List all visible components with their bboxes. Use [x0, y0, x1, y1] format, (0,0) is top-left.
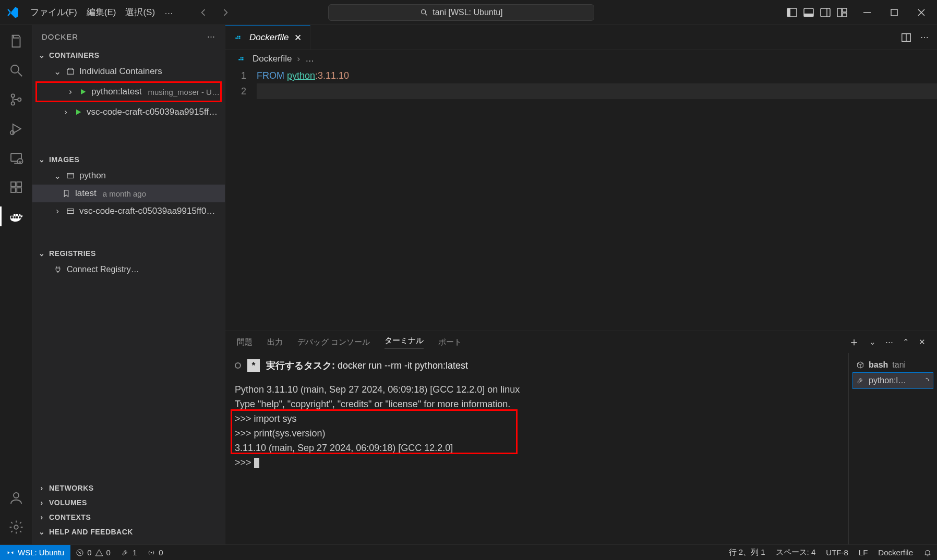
terminal-entry-bash[interactable]: bash tani [853, 357, 933, 373]
panel-tab-problems[interactable]: 問題 [237, 337, 253, 347]
chevron-down-icon: ⌄ [53, 171, 62, 181]
warning-icon [95, 549, 103, 557]
sidebar-more-icon[interactable]: ⋯ [207, 32, 215, 41]
command-center-text: tani [WSL: Ubuntu] [433, 8, 502, 17]
term-line: Type "help", "copyright", "credits" or "… [235, 397, 839, 411]
terminal-dropdown-icon[interactable]: ⌄ [869, 337, 876, 347]
panel-close-icon[interactable]: ✕ [919, 337, 926, 347]
split-editor-icon[interactable] [900, 32, 912, 43]
chevron-down-icon: ⌄ [38, 155, 46, 164]
term-line: >>> print(sys.version) [235, 426, 839, 441]
container-item-vsc[interactable]: › vsc-code-craft-c05039aa9915ff… [32, 103, 225, 121]
activity-remote-explorer-icon[interactable] [6, 148, 26, 168]
main-menu: ファイル(F) 編集(E) 選択(S) … [25, 6, 173, 18]
remote-icon [6, 549, 15, 557]
window-minimize-icon[interactable] [861, 6, 871, 19]
play-icon [74, 108, 82, 116]
menu-selection[interactable]: 選択(S) [125, 6, 155, 18]
image-icon [66, 171, 75, 180]
close-icon[interactable]: ✕ [294, 32, 302, 43]
status-cursor-pos[interactable]: 行 2、列 1 [724, 547, 771, 557]
activity-explorer-icon[interactable] [6, 31, 26, 51]
status-remote[interactable]: WSL: Ubuntu [0, 545, 70, 560]
window-close-icon[interactable] [915, 6, 926, 19]
menu-file[interactable]: ファイル(F) [30, 6, 77, 18]
editor-tabs: Dockerfile ✕ ⋯ [225, 25, 937, 50]
panel-tab-debug-console[interactable]: デバッグ コンソール [297, 337, 370, 347]
layout-sidebar-left-icon[interactable] [786, 6, 798, 19]
svg-point-10 [11, 65, 19, 73]
panel-tab-output[interactable]: 出力 [267, 337, 283, 347]
section-help[interactable]: ⌄HELP AND FEEDBACK [32, 525, 225, 539]
task-status-icon [235, 362, 241, 369]
status-radio[interactable]: 0 [142, 548, 168, 557]
status-ports[interactable]: 1 [116, 548, 142, 557]
activity-search-icon[interactable] [6, 60, 26, 80]
status-notifications-icon[interactable] [918, 549, 937, 557]
status-eol[interactable]: LF [854, 548, 873, 557]
menu-more[interactable]: … [164, 6, 173, 18]
docker-sidebar: DOCKER ⋯ ⌄ CONTAINERS ⌄ Individual Conta… [32, 25, 225, 544]
layout-sidebar-right-icon[interactable] [819, 6, 832, 19]
nav-forward-icon[interactable] [218, 5, 233, 20]
panel-more-icon[interactable]: ⋯ [885, 337, 893, 347]
editor-more-icon[interactable]: ⋯ [920, 32, 929, 42]
section-networks[interactable]: ›NETWORKS [32, 481, 225, 495]
play-icon [79, 88, 87, 96]
terminal-entry-python[interactable]: python:l… [853, 373, 933, 388]
status-encoding[interactable]: UTF-8 [821, 548, 854, 557]
layout-panel-icon[interactable] [802, 6, 815, 19]
title-bar: ファイル(F) 編集(E) 選択(S) … tani [WSL: Ubuntu] [0, 0, 937, 25]
menu-edit[interactable]: 編集(E) [87, 6, 116, 18]
error-icon [76, 549, 84, 557]
connect-registry[interactable]: Connect Registry… [32, 261, 225, 278]
activity-bar [0, 25, 32, 544]
section-containers[interactable]: ⌄ CONTAINERS [32, 48, 225, 63]
image-item-vsc[interactable]: › vsc-code-craft-c05039aa9915ff0… [32, 202, 225, 220]
svg-point-11 [11, 94, 14, 97]
activity-account-icon[interactable] [6, 488, 26, 508]
tab-dockerfile[interactable]: Dockerfile ✕ [225, 25, 310, 50]
section-volumes[interactable]: ›VOLUMES [32, 495, 225, 510]
svg-rect-19 [17, 188, 21, 192]
loading-icon [922, 377, 930, 384]
svg-rect-6 [837, 8, 842, 17]
window-maximize-icon[interactable] [888, 6, 898, 19]
section-contexts[interactable]: ›CONTEXTS [32, 510, 225, 525]
status-language[interactable]: Dockerfile [873, 548, 918, 557]
containers-group[interactable]: ⌄ Individual Containers [32, 63, 225, 80]
activity-docker-icon[interactable] [6, 206, 26, 226]
breadcrumb[interactable]: Dockerfile › … [225, 50, 937, 68]
section-registries[interactable]: ⌄ REGISTRIES [32, 246, 225, 261]
term-line: >>> import sys [235, 411, 839, 426]
code-editor[interactable]: 12 FROM python:3.11.10 [225, 68, 937, 331]
activity-settings-icon[interactable] [6, 517, 26, 537]
svg-point-0 [422, 9, 426, 14]
new-terminal-icon[interactable]: ＋ [848, 334, 860, 350]
image-item-python[interactable]: ⌄ python [32, 167, 225, 185]
panel-tab-ports[interactable]: ポート [438, 337, 462, 347]
terminal-output[interactable]: * 実行するタスク: docker run --rm -it python:la… [225, 353, 848, 544]
activity-source-control-icon[interactable] [6, 90, 26, 109]
status-indentation[interactable]: スペース: 4 [771, 547, 821, 557]
cube-icon [856, 361, 864, 369]
command-center[interactable]: tani [WSL: Ubuntu] [328, 4, 594, 21]
svg-rect-17 [11, 182, 16, 187]
svg-rect-7 [843, 8, 847, 12]
section-images[interactable]: ⌄ IMAGES [32, 152, 225, 167]
activity-extensions-icon[interactable] [6, 177, 26, 197]
status-problems[interactable]: 0 0 [70, 548, 116, 557]
image-tag-latest[interactable]: latest a month ago [32, 185, 225, 202]
bottom-panel: 問題 出力 デバッグ コンソール ターミナル ポート ＋ ⌄ ⋯ ⌃ ✕ * [225, 331, 937, 544]
activity-run-debug-icon[interactable] [6, 119, 26, 139]
task-badge-icon: * [247, 359, 260, 372]
panel-maximize-icon[interactable]: ⌃ [903, 337, 909, 347]
svg-point-12 [11, 102, 14, 105]
nav-back-icon[interactable] [196, 5, 211, 20]
radio-icon [147, 549, 155, 557]
container-item-python[interactable]: › python:latest musing_moser - U… [37, 83, 220, 101]
chevron-down-icon: ⌄ [38, 249, 46, 258]
sidebar-title: DOCKER [42, 32, 78, 41]
layout-customize-icon[interactable] [836, 6, 848, 19]
panel-tab-terminal[interactable]: ターミナル [385, 336, 424, 348]
